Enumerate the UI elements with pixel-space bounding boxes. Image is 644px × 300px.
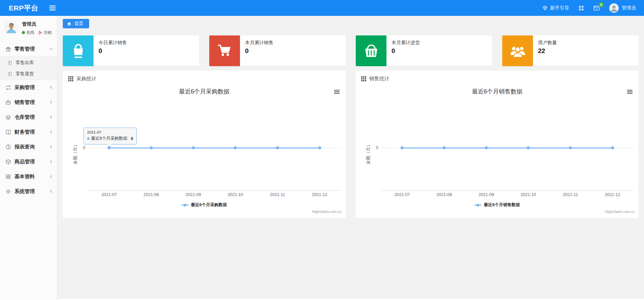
expand-icon [579,5,584,11]
messages-button[interactable]: 0 [593,5,600,11]
series-line [109,147,319,148]
sidebar-item-system[interactable]: 系统管理 [0,184,57,199]
data-point[interactable] [569,146,572,149]
chart-credits[interactable]: Highcharts.com.cn [312,210,342,214]
legend-item[interactable]: 最近6个月采购数据 [63,202,346,208]
sidebar-item-basic-data[interactable]: 基本资料 [0,169,57,184]
sidebar-item-label: 仓库管理 [15,114,35,120]
chart-export-menu-icon[interactable] [333,89,341,95]
data-point[interactable] [150,146,153,149]
sidebar-toggle-button[interactable] [45,4,60,12]
navbar-right: 新手引导 0 管理员 [542,3,644,13]
stat-card-label: 今日累计销售 [99,40,127,46]
data-point[interactable] [527,146,530,149]
stat-card-month-sales: 本月累计销售0 [209,35,346,66]
sidebar-item-label: 零售管理 [15,46,35,52]
th-grid-icon [361,76,366,81]
logout-button[interactable]: 注销 [38,30,52,35]
stat-card-user-count: 用户数量22 [502,35,639,66]
chevron-left-icon [49,130,53,134]
data-point[interactable] [611,146,614,149]
online-status-label: 在线 [26,30,34,35]
stat-card-value: 0 [245,47,273,55]
sidebar-item-sales[interactable]: 销售管理 [0,95,57,110]
repeat-icon [5,85,11,90]
chart-credits[interactable]: Highcharts.com.cn [605,210,635,214]
tooltip-header: 2021-07 [87,130,133,134]
stat-card-label: 用户数量 [538,40,557,46]
user-name: 管理员 [622,5,636,11]
legend-item[interactable]: 最近6个月销售数据 [356,202,639,208]
data-point[interactable] [485,146,488,149]
data-point[interactable] [318,146,321,149]
stat-cards: 今日累计销售0本月累计销售0本月累计进货0用户数量22 [63,35,639,66]
stat-card-month-purchase: 本月累计进货0 [356,35,492,66]
x-axis-tick-label: 2021-12 [605,192,620,197]
sidebar-item-retail-return[interactable]: 零售退货 [0,68,57,79]
sidebar-item-label: 商品管理 [15,159,35,165]
chart-title: 最近6个月采购数据 [63,87,346,96]
sidebar-item-retail[interactable]: 零售管理 [0,42,57,56]
layers-icon [5,114,11,120]
x-axis-labels: 2021-072021-082021-092021-102021-112021-… [381,192,634,198]
avatar [609,3,619,13]
x-axis-tick-label: 2021-11 [270,192,285,197]
data-point[interactable] [234,146,237,149]
sidebar-item-warehouse[interactable]: 仓库管理 [0,110,57,125]
x-axis-tick-label: 2021-09 [479,192,494,197]
chart-purchase-stats: 最近6个月采购数据0金额（元）2021-072021-082021-092021… [63,84,346,218]
sidebar-item-retail-outbound[interactable]: 零售出库 [0,57,57,68]
legend-label: 最近6个月采购数据 [191,202,227,208]
mail-badge: 0 [599,2,603,7]
sidebar-item-label: 财务管理 [15,129,35,135]
sidebar-item-label: 报表查询 [15,144,35,150]
sidebar-subitem-label: 零售退货 [16,71,34,77]
sidebar-item-label: 系统管理 [15,188,35,195]
x-axis-tick-label: 2021-09 [186,192,201,197]
chart-export-menu-icon[interactable] [626,89,634,95]
sidebar-item-purchase[interactable]: 采购管理 [0,80,57,95]
stat-card-value: 0 [392,47,420,55]
journal-icon [8,72,12,76]
x-axis-tick-label: 2021-08 [436,192,452,197]
chevron-left-icon [49,189,53,193]
x-axis-tick-label: 2021-08 [143,192,159,197]
gem-icon [542,5,548,11]
stat-card-label: 本月累计进货 [392,40,420,46]
user-menu[interactable]: 管理员 [609,3,636,13]
sidebar-item-goods[interactable]: 商品管理 [0,154,57,169]
book-icon [5,129,11,135]
x-axis-tick-label: 2021-10 [227,192,243,197]
x-axis-tick-label: 2021-07 [101,192,117,197]
sidebar-item-finance[interactable]: 财务管理 [0,125,57,139]
basket-icon [356,35,386,66]
chart-tooltip: 2021-07最近6个月采购数据:0 [83,128,137,144]
sidebar-item-label: 采购管理 [15,84,35,91]
home-icon [67,22,72,26]
tab-home[interactable]: 首页 [63,19,89,28]
x-axis-tick-label: 2021-12 [312,192,327,197]
guide-label: 新手引导 [550,5,569,11]
sidebar-item-label: 基本资料 [15,173,35,180]
sidebar-menu: 零售管理零售出库零售退货采购管理销售管理仓库管理财务管理报表查询商品管理基本资料… [0,42,57,199]
guide-button[interactable]: 新手引导 [542,5,569,11]
sign-out-icon [38,30,43,35]
briefcase-icon [5,100,11,105]
data-point[interactable] [443,146,446,149]
stat-card-value: 0 [99,47,127,55]
data-point[interactable] [276,146,279,149]
x-axis-tick-label: 2021-10 [520,192,536,197]
fullscreen-button[interactable] [579,5,584,11]
submenu-retail: 零售出库零售退货 [0,56,57,80]
stat-card-label: 本月累计销售 [245,40,273,46]
sidebar-item-label: 销售管理 [15,99,35,106]
panel-sales-stats: 销售统计最近6个月销售数据0金额（元）2021-072021-082021-09… [356,71,639,218]
top-navbar: ERP平台 新手引导 0 管理员 [0,0,644,16]
sidebar-item-reports[interactable]: 报表查询 [0,139,57,154]
chevron-left-icon [49,145,53,149]
panel-title: 销售统计 [369,76,390,82]
data-point[interactable] [192,146,195,149]
sidebar-user-name: 管理员 [22,21,52,27]
panel-title: 采购统计 [76,76,97,82]
data-point[interactable] [401,146,404,149]
